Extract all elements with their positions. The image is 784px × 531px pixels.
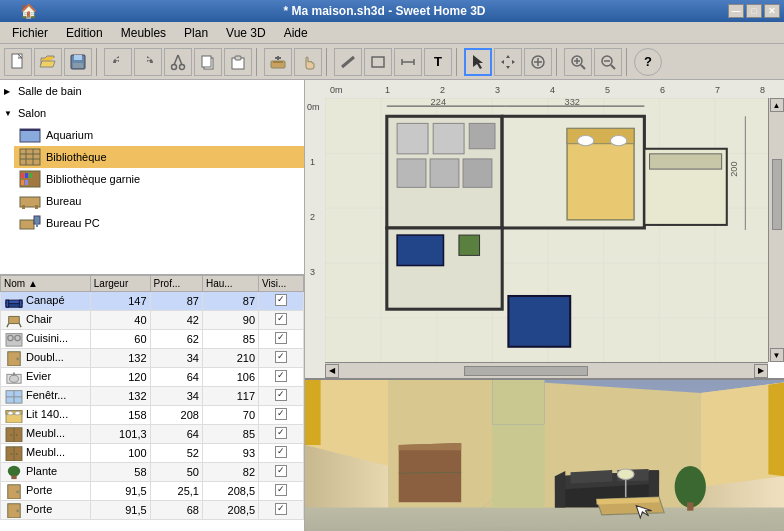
table-row[interactable]: Chair 40 42 90 xyxy=(1,311,304,330)
cell-haut: 87 xyxy=(202,292,258,311)
visibility-checkbox[interactable] xyxy=(275,332,287,344)
tree-item-bibliotheque[interactable]: Bibliothèque xyxy=(14,146,304,168)
cell-visi[interactable] xyxy=(259,463,304,482)
maximize-button[interactable]: □ xyxy=(746,4,762,18)
scroll-thumb-h[interactable] xyxy=(464,366,589,376)
tree-item-salle-bain[interactable]: ▶ Salle de bain xyxy=(0,80,304,102)
visibility-checkbox[interactable] xyxy=(275,313,287,325)
scroll-right-btn[interactable]: ▶ xyxy=(754,364,768,378)
svg-point-78 xyxy=(10,434,12,436)
pan-button[interactable] xyxy=(494,48,522,76)
floor-plan[interactable]: 0m 1 2 3 4 5 6 7 8 0m 1 2 3 xyxy=(305,80,784,380)
table-row[interactable]: Cuisini... 60 62 85 xyxy=(1,330,304,349)
cell-prof: 208 xyxy=(150,406,202,425)
visibility-checkbox[interactable] xyxy=(275,427,287,439)
svg-line-33 xyxy=(611,65,615,69)
hand-tool-button[interactable] xyxy=(294,48,322,76)
add-furniture-button[interactable] xyxy=(264,48,292,76)
menu-edition[interactable]: Edition xyxy=(58,24,111,42)
cell-visi[interactable] xyxy=(259,501,304,520)
copy-button[interactable] xyxy=(194,48,222,76)
cell-visi[interactable] xyxy=(259,349,304,368)
table-row[interactable]: Doubl... 132 34 210 xyxy=(1,349,304,368)
room-button[interactable] xyxy=(364,48,392,76)
cell-visi[interactable] xyxy=(259,311,304,330)
new-button[interactable] xyxy=(4,48,32,76)
tree-item-bureau-pc[interactable]: Bureau PC xyxy=(14,212,304,234)
plan-scrollbar-horizontal[interactable]: ◀ ▶ xyxy=(325,362,768,378)
cut-button[interactable] xyxy=(164,48,192,76)
scroll-left-btn[interactable]: ◀ xyxy=(325,364,339,378)
visibility-checkbox[interactable] xyxy=(275,465,287,477)
cell-name: Plante xyxy=(1,463,91,482)
menu-plan[interactable]: Plan xyxy=(176,24,216,42)
table-row[interactable]: Evier 120 64 106 xyxy=(1,368,304,387)
menu-meubles[interactable]: Meubles xyxy=(113,24,174,42)
close-button[interactable]: ✕ xyxy=(764,4,780,18)
table-row[interactable]: Canapé 147 87 87 xyxy=(1,292,304,311)
tree-item-aquarium[interactable]: Aquarium xyxy=(14,124,304,146)
tree-item-salon[interactable]: ▼ Salon xyxy=(0,102,304,124)
cell-visi[interactable] xyxy=(259,482,304,501)
scroll-down-btn[interactable]: ▼ xyxy=(770,348,784,362)
wall-button[interactable] xyxy=(334,48,362,76)
visibility-checkbox[interactable] xyxy=(275,484,287,496)
open-button[interactable] xyxy=(34,48,62,76)
menu-aide[interactable]: Aide xyxy=(276,24,316,42)
cell-name: Lit 140... xyxy=(1,406,91,425)
visibility-checkbox[interactable] xyxy=(275,351,287,363)
visibility-checkbox[interactable] xyxy=(275,446,287,458)
col-header-haut[interactable]: Hau... xyxy=(202,276,258,292)
svg-rect-2 xyxy=(74,55,82,60)
zoom-all-button[interactable] xyxy=(524,48,552,76)
undo-button[interactable] xyxy=(104,48,132,76)
col-header-visi[interactable]: Visi... xyxy=(259,276,304,292)
table-row[interactable]: Porte 91,5 68 208,5 xyxy=(1,501,304,520)
scroll-up-btn[interactable]: ▲ xyxy=(770,98,784,112)
svg-marker-22 xyxy=(506,66,510,69)
visibility-checkbox[interactable] xyxy=(275,503,287,515)
col-header-nom[interactable]: Nom ▲ xyxy=(1,276,91,292)
scroll-thumb-v[interactable] xyxy=(772,159,782,230)
menu-fichier[interactable]: Fichier xyxy=(4,24,56,42)
cell-visi[interactable] xyxy=(259,387,304,406)
cell-visi[interactable] xyxy=(259,444,304,463)
help-button[interactable]: ? xyxy=(634,48,662,76)
table-row[interactable]: Meubl... 101,3 64 85 xyxy=(1,425,304,444)
tree-item-bureau[interactable]: Bureau xyxy=(14,190,304,212)
cell-visi[interactable] xyxy=(259,292,304,311)
plan-canvas[interactable]: 224 332 xyxy=(325,98,768,362)
cell-name: Meubl... xyxy=(1,444,91,463)
cell-visi[interactable] xyxy=(259,368,304,387)
menu-vue3d[interactable]: Vue 3D xyxy=(218,24,274,42)
col-header-largeur[interactable]: Largeur xyxy=(90,276,150,292)
table-row[interactable]: Plante 58 50 82 xyxy=(1,463,304,482)
visibility-checkbox[interactable] xyxy=(275,389,287,401)
cell-visi[interactable] xyxy=(259,330,304,349)
table-row[interactable]: Meubl... 100 52 93 xyxy=(1,444,304,463)
zoom-in-button[interactable] xyxy=(564,48,592,76)
zoom-out-button[interactable] xyxy=(594,48,622,76)
plan-scrollbar-vertical[interactable]: ▲ ▼ xyxy=(768,98,784,362)
col-header-prof[interactable]: Prof... xyxy=(150,276,202,292)
bibliotheque-icon xyxy=(18,147,42,167)
visibility-checkbox[interactable] xyxy=(275,294,287,306)
cell-visi[interactable] xyxy=(259,406,304,425)
visibility-checkbox[interactable] xyxy=(275,370,287,382)
properties-table[interactable]: Nom ▲ Largeur Prof... Hau... Visi... Can… xyxy=(0,275,304,531)
save-button[interactable] xyxy=(64,48,92,76)
text-button[interactable]: T xyxy=(424,48,452,76)
furniture-tree[interactable]: ▶ Salle de bain ▼ Salon Aquarium Biblio xyxy=(0,80,304,275)
select-button[interactable] xyxy=(464,48,492,76)
paste-button[interactable] xyxy=(224,48,252,76)
table-row[interactable]: Porte 91,5 25,1 208,5 xyxy=(1,482,304,501)
table-row[interactable]: Fenêtr... 132 34 117 xyxy=(1,387,304,406)
dimension-button[interactable] xyxy=(394,48,422,76)
cell-largeur: 132 xyxy=(90,349,150,368)
minimize-button[interactable]: — xyxy=(728,4,744,18)
table-row[interactable]: Lit 140... 158 208 70 xyxy=(1,406,304,425)
cell-visi[interactable] xyxy=(259,425,304,444)
tree-item-bibliotheque-garnie[interactable]: Bibliothèque garnie xyxy=(14,168,304,190)
redo-button[interactable] xyxy=(134,48,162,76)
visibility-checkbox[interactable] xyxy=(275,408,287,420)
